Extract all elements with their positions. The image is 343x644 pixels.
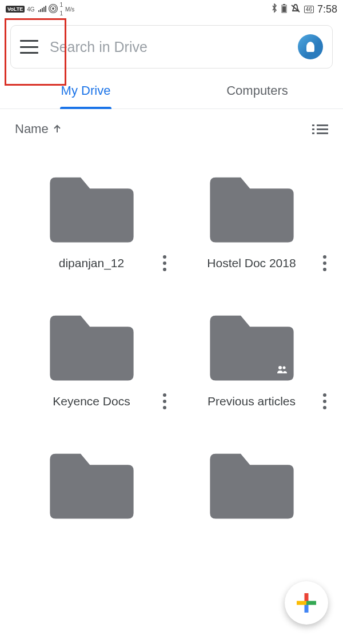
folder-item[interactable] — [23, 448, 160, 522]
folder-item[interactable]: dipanjan_12 — [23, 172, 160, 270]
hotspot-icon — [49, 4, 58, 15]
folder-icon — [205, 310, 299, 384]
folder-icon — [205, 448, 299, 522]
volte-badge: VoLTE — [6, 6, 25, 13]
net-unit: M/s — [65, 6, 74, 13]
folder-icon — [45, 172, 139, 246]
folder-item[interactable]: Hostel Doc 2018 — [183, 172, 320, 270]
folder-item[interactable] — [183, 448, 320, 522]
svg-point-0 — [52, 7, 54, 10]
arrow-up-icon — [52, 124, 62, 134]
status-bar: VoLTE 4G 1 1 M/s 46 7:58 — [0, 0, 343, 18]
net-speed: 1 1 — [60, 2, 63, 16]
folder-grid: dipanjan_12 Hostel Doc 2018 Keyence Docs — [0, 143, 343, 545]
folder-name: dipanjan_12 — [59, 256, 124, 270]
tabs: My Drive Computers — [0, 75, 343, 109]
folder-icon — [205, 172, 299, 246]
folder-item[interactable]: Keyence Docs — [23, 310, 160, 408]
more-icon[interactable] — [318, 393, 332, 409]
plus-icon — [297, 593, 316, 613]
folder-name: Previous articles — [208, 395, 296, 408]
menu-icon[interactable] — [20, 40, 38, 54]
clock: 7:58 — [317, 3, 337, 15]
sort-label: Name — [15, 122, 49, 136]
tab-my-drive[interactable]: My Drive — [0, 75, 172, 108]
svg-point-8 — [282, 367, 285, 369]
more-icon[interactable] — [158, 255, 172, 271]
signal-4g-icon: 4G — [27, 6, 46, 13]
tab-computers[interactable]: Computers — [172, 75, 343, 108]
battery-alt-icon — [281, 4, 287, 15]
battery-level: 46 — [304, 6, 314, 13]
more-icon[interactable] — [318, 255, 332, 271]
sort-button[interactable]: Name — [15, 122, 62, 136]
mute-icon — [290, 3, 301, 15]
svg-rect-5 — [282, 6, 286, 12]
search-bar[interactable] — [10, 25, 333, 69]
create-fab[interactable] — [285, 581, 328, 625]
folder-icon — [45, 448, 139, 522]
avatar[interactable] — [298, 34, 323, 59]
bluetooth-icon — [271, 3, 278, 15]
folder-name: Hostel Doc 2018 — [207, 256, 296, 270]
more-icon[interactable] — [158, 393, 172, 409]
folder-icon — [45, 310, 139, 384]
shared-icon — [276, 365, 289, 376]
svg-rect-4 — [283, 4, 285, 5]
folder-item[interactable]: Previous articles — [183, 310, 320, 408]
folder-name: Keyence Docs — [53, 395, 130, 408]
view-toggle-icon[interactable] — [312, 124, 328, 134]
svg-point-7 — [278, 366, 282, 369]
search-input[interactable] — [50, 39, 286, 55]
